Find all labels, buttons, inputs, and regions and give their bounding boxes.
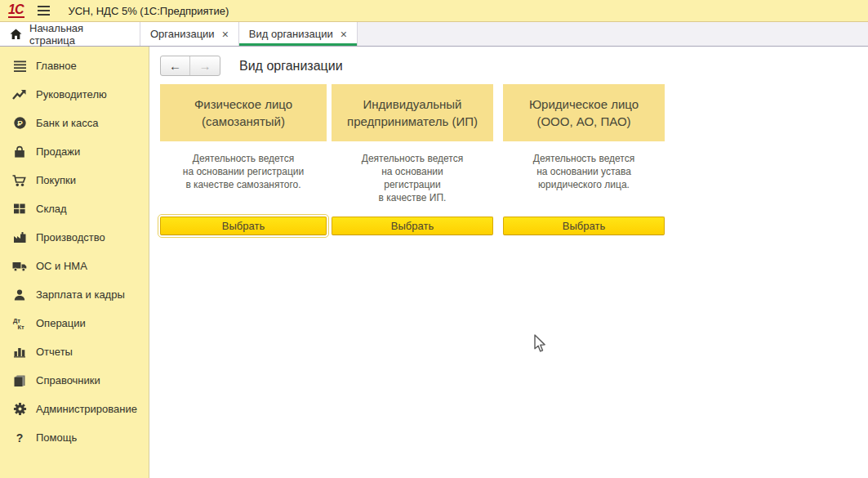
- sidebar-item-label: Банк и касса: [36, 117, 99, 129]
- svg-text:Кт: Кт: [18, 324, 25, 331]
- svg-text:Р: Р: [17, 118, 23, 127]
- home-icon: [10, 29, 22, 40]
- tab-organizations[interactable]: Организации ×: [140, 22, 239, 46]
- sidebar-item-payroll-hr[interactable]: Зарплата и кадры: [0, 280, 149, 309]
- sidebar-item-manager[interactable]: Руководителю: [0, 80, 149, 109]
- sidebar-item-label: Производство: [36, 231, 105, 243]
- ruble-circle-icon: Р: [11, 116, 29, 130]
- app-window: { "topbar": { "logo": "1С", "title": "УС…: [0, 0, 868, 478]
- history-nav: ← →: [160, 56, 220, 76]
- tab-organization-kind[interactable]: Вид организации ×: [239, 22, 358, 46]
- select-button-selfemployed[interactable]: Выбрать: [160, 217, 327, 235]
- sidebar-item-administration[interactable]: Администрирование: [0, 395, 149, 423]
- sidebar-item-label: Администрирование: [36, 403, 137, 415]
- shopping-cart-icon: [11, 174, 29, 187]
- sidebar-item-fixed-assets[interactable]: ОС и НМА: [0, 252, 149, 280]
- bar-chart-icon: [11, 346, 29, 358]
- trend-up-icon: [11, 88, 29, 101]
- card-title: Индивидуальный предприниматель (ИП): [332, 84, 493, 141]
- tab-bar: Начальная страница Организации × Вид орг…: [0, 22, 868, 47]
- card-title: Юридическое лицо (ООО, АО, ПАО): [503, 84, 665, 141]
- card-description: Деятельность ведется на основании устава…: [503, 141, 665, 217]
- card-individual-selfemployed: Физическое лицо (самозанятый) Деятельнос…: [160, 84, 327, 235]
- sidebar-item-label: Операции: [36, 317, 86, 329]
- sidebar-item-warehouse[interactable]: Склад: [0, 194, 149, 223]
- sidebar-item-production[interactable]: Производство: [0, 223, 149, 252]
- sidebar-item-sales[interactable]: Продажи: [0, 137, 149, 166]
- select-button-legal-entity[interactable]: Выбрать: [503, 217, 665, 235]
- sidebar-item-label: ОС и НМА: [36, 260, 87, 272]
- shopping-bag-icon: [11, 145, 29, 159]
- sidebar-item-label: Главное: [36, 60, 77, 72]
- person-icon: [11, 288, 29, 302]
- forward-button[interactable]: →: [190, 56, 220, 75]
- tab-home-page[interactable]: Начальная страница: [0, 22, 140, 46]
- back-button[interactable]: ←: [161, 56, 190, 75]
- sidebar-item-purchases[interactable]: Покупки: [0, 166, 149, 194]
- sidebar-item-label: Зарплата и кадры: [36, 288, 125, 301]
- card-individual-entrepreneur: Индивидуальный предприниматель (ИП) Деят…: [332, 84, 493, 235]
- sidebar-item-reports[interactable]: Отчеты: [0, 337, 149, 366]
- warehouse-grid-icon: [11, 203, 29, 215]
- truck-icon: [11, 260, 29, 272]
- question-icon: ?: [11, 431, 29, 444]
- card-description: Деятельность ведется на основании регист…: [332, 141, 493, 217]
- gear-icon: [11, 402, 29, 416]
- main-content: ← → Вид организации Физическое лицо (сам…: [149, 47, 868, 478]
- tab-label: Организации: [150, 28, 215, 40]
- close-icon[interactable]: ×: [341, 29, 347, 40]
- menu-lines-icon: [11, 60, 29, 73]
- sidebar-item-label: Руководителю: [36, 88, 107, 101]
- select-button-entrepreneur[interactable]: Выбрать: [332, 217, 493, 235]
- main-menu-icon[interactable]: [38, 6, 50, 16]
- sidebar-item-operations[interactable]: ДтКт Операции: [0, 309, 149, 337]
- sidebar-item-help[interactable]: ? Помощь: [0, 423, 149, 452]
- page-title: Вид организации: [239, 59, 343, 74]
- close-icon[interactable]: ×: [222, 29, 229, 40]
- factory-icon: [11, 231, 29, 243]
- sidebar-item-label: Продажи: [36, 145, 80, 158]
- mouse-cursor: [533, 334, 546, 357]
- debit-credit-icon: ДтКт: [11, 316, 29, 330]
- 1c-logo: 1С: [8, 3, 24, 18]
- books-icon: [11, 374, 29, 387]
- card-description: Деятельность ведется на основании регист…: [160, 141, 327, 217]
- tab-label: Вид организации: [249, 28, 333, 40]
- sidebar: Главное Руководителю Р Банк и касса Прод…: [0, 47, 149, 478]
- sidebar-item-main[interactable]: Главное: [0, 51, 149, 80]
- title-bar: 1С УСН, НДС 5% (1С:Предприятие): [0, 0, 868, 22]
- sidebar-item-label: Помощь: [36, 431, 77, 444]
- sidebar-item-directories[interactable]: Справочники: [0, 366, 149, 395]
- sidebar-item-label: Склад: [36, 203, 67, 215]
- card-legal-entity: Юридическое лицо (ООО, АО, ПАО) Деятельн…: [503, 84, 665, 235]
- organization-kind-cards: Физическое лицо (самозанятый) Деятельнос…: [160, 84, 868, 235]
- sidebar-item-label: Справочники: [36, 374, 100, 386]
- sidebar-item-label: Покупки: [36, 174, 76, 186]
- tab-label: Начальная страница: [29, 22, 130, 47]
- sidebar-item-label: Отчеты: [36, 346, 73, 358]
- sidebar-item-bank-cash[interactable]: Р Банк и касса: [0, 109, 149, 137]
- window-title: УСН, НДС 5% (1С:Предприятие): [68, 5, 229, 17]
- card-title: Физическое лицо (самозанятый): [160, 84, 327, 141]
